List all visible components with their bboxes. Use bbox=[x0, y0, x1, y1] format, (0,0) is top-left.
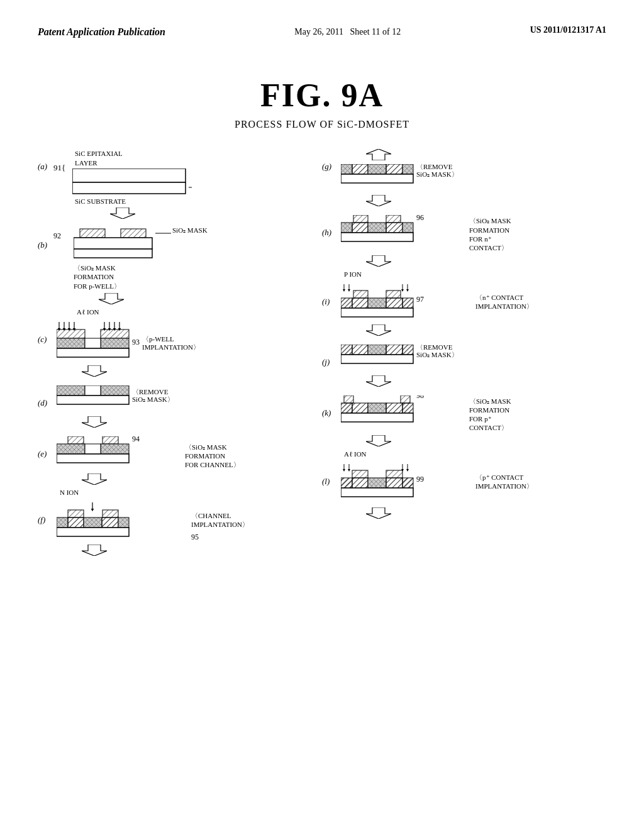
svg-rect-67 bbox=[386, 164, 402, 174]
step-h: (h) bbox=[322, 215, 606, 277]
svg-marker-117 bbox=[366, 375, 391, 387]
svg-text:〈REMOVE: 〈REMOVE bbox=[416, 345, 453, 351]
svg-rect-22 bbox=[57, 338, 85, 348]
svg-rect-35 bbox=[57, 396, 129, 404]
svg-rect-137 bbox=[386, 470, 402, 478]
step-l-arrow bbox=[366, 507, 391, 521]
step-f-diagram bbox=[57, 502, 189, 540]
svg-rect-76 bbox=[386, 215, 401, 223]
svg-marker-149 bbox=[366, 507, 391, 519]
step-h-diagram: 96 bbox=[341, 215, 467, 250]
svg-marker-39 bbox=[82, 416, 107, 428]
svg-rect-139 bbox=[352, 478, 368, 488]
svg-rect-122 bbox=[368, 403, 386, 413]
svg-rect-93 bbox=[386, 290, 401, 298]
svg-rect-52 bbox=[103, 510, 118, 517]
step-i-label: (i) bbox=[322, 284, 338, 307]
svg-rect-33 bbox=[101, 385, 129, 396]
svg-text:94: 94 bbox=[132, 436, 140, 443]
step-d-diagram: 〈REMOVE SiO₂ MASK〉 bbox=[57, 385, 208, 414]
svg-rect-54 bbox=[68, 517, 84, 528]
svg-marker-31 bbox=[82, 365, 107, 377]
step-c: (c) bbox=[38, 322, 322, 379]
svg-rect-32 bbox=[57, 385, 85, 396]
svg-rect-136 bbox=[352, 470, 368, 478]
svg-rect-110 bbox=[402, 345, 413, 355]
step-b: (b) 92 bbox=[38, 228, 322, 316]
svg-rect-121 bbox=[352, 403, 368, 413]
svg-rect-143 bbox=[341, 488, 413, 497]
step-g-label: (g) bbox=[322, 149, 338, 172]
step-i: (i) bbox=[322, 284, 606, 338]
svg-rect-69 bbox=[341, 174, 413, 183]
svg-rect-56 bbox=[102, 517, 118, 528]
svg-rect-125 bbox=[341, 413, 413, 422]
svg-text:〈REMOVE: 〈REMOVE bbox=[132, 388, 169, 396]
step-i-diagram: 97 bbox=[341, 284, 473, 322]
svg-rect-42 bbox=[57, 444, 85, 454]
step-h-label: (h) bbox=[322, 215, 338, 238]
step-k-desc: 〈SiO₂ MASKFORMATIONFOR p⁺CONTACT〉 bbox=[469, 397, 511, 433]
svg-rect-80 bbox=[386, 223, 402, 233]
svg-marker-74 bbox=[366, 195, 391, 206]
svg-rect-75 bbox=[353, 215, 368, 223]
header-date-sheet: May 26, 2011 Sheet 11 of 12 bbox=[294, 25, 401, 39]
step-l-diagram: 99 bbox=[341, 464, 473, 505]
svg-text:SiO₂ MASK〉: SiO₂ MASK〉 bbox=[416, 351, 458, 358]
svg-rect-4 bbox=[80, 229, 105, 238]
svg-rect-96 bbox=[368, 298, 386, 308]
step-c-arrow bbox=[82, 365, 107, 379]
svg-rect-57 bbox=[118, 517, 129, 528]
svg-rect-66 bbox=[368, 164, 386, 174]
svg-marker-131 bbox=[366, 435, 391, 446]
header-publication-label: Patent Application Publication bbox=[38, 25, 165, 39]
svg-marker-3 bbox=[110, 208, 135, 219]
right-column: (g) bbox=[322, 149, 606, 565]
svg-rect-138 bbox=[341, 478, 352, 488]
step-j-diagram: 〈REMOVE SiO₂ MASK〉 bbox=[341, 345, 473, 373]
svg-rect-7 bbox=[74, 249, 152, 258]
step-f-ref: 95 bbox=[191, 533, 249, 542]
svg-rect-78 bbox=[352, 223, 368, 233]
step-j-arrow bbox=[366, 375, 391, 389]
svg-rect-92 bbox=[353, 290, 368, 298]
svg-text:97: 97 bbox=[416, 295, 424, 304]
step-c-label: (c) bbox=[38, 322, 53, 345]
svg-rect-64 bbox=[341, 164, 352, 174]
step-d: (d) 〈REMOVE SiO₂ MASK〉 bbox=[38, 385, 322, 430]
step-k: (k) bbox=[322, 396, 606, 458]
svg-rect-21 bbox=[101, 329, 129, 338]
svg-rect-53 bbox=[57, 517, 68, 528]
svg-marker-11 bbox=[99, 293, 124, 304]
svg-rect-120 bbox=[341, 403, 352, 413]
svg-marker-49 bbox=[82, 473, 107, 485]
step-j: (j) 〈REMOVE bbox=[322, 345, 606, 389]
step-f-desc: 〈CHANNELIMPLANTATION〉 bbox=[191, 511, 249, 529]
svg-rect-141 bbox=[386, 478, 402, 488]
step-b-desc: 〈SiO₂ MASKFORMATIONFOR p-WELL〉 bbox=[74, 263, 121, 290]
step-a-arrow bbox=[110, 208, 135, 221]
step-e-arrow bbox=[82, 473, 107, 487]
svg-rect-107 bbox=[352, 345, 368, 355]
step-g: (g) bbox=[322, 149, 606, 209]
step-l-label: (l) bbox=[322, 464, 338, 487]
svg-rect-77 bbox=[341, 223, 352, 233]
step-f: (f) bbox=[38, 502, 322, 559]
svg-rect-34 bbox=[85, 385, 101, 396]
step-k-ion-label: Aℓ ION bbox=[344, 450, 367, 458]
svg-rect-123 bbox=[386, 403, 402, 413]
svg-rect-40 bbox=[68, 436, 84, 444]
svg-rect-79 bbox=[368, 223, 386, 233]
main-content: FIG. 9A PROCESS FLOW OF SiC-DMOSFET (a) … bbox=[0, 45, 644, 590]
svg-rect-1 bbox=[72, 182, 186, 194]
svg-rect-6 bbox=[74, 238, 152, 249]
svg-rect-111 bbox=[341, 355, 413, 363]
step-i-desc: 〈n⁺ CONTACTIMPLANTATION〉 bbox=[475, 293, 533, 311]
left-column: (a) 91{ SiC EPITAXIALLAYER bbox=[38, 149, 322, 565]
step-b-label: (b) bbox=[38, 228, 53, 250]
svg-rect-55 bbox=[84, 517, 102, 528]
step-b-diagram: SiO₂ MASK bbox=[74, 228, 212, 262]
step-e-ion-label: N ION bbox=[60, 489, 79, 496]
svg-rect-23 bbox=[101, 338, 129, 348]
patent-page: Patent Application Publication May 26, 2… bbox=[0, 0, 644, 830]
